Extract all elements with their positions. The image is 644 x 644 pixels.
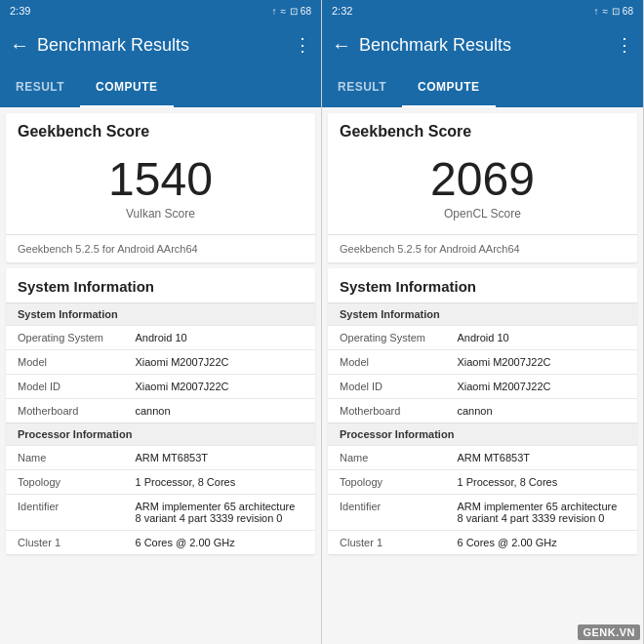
- table-row: Model Xiaomi M2007J22C: [328, 350, 637, 375]
- tab-result[interactable]: RESULT: [322, 68, 402, 107]
- row-label: Name: [6, 446, 123, 470]
- row-label: Model ID: [6, 375, 123, 399]
- subsection-header-0: System Information: [6, 302, 315, 325]
- wifi-icon: ≈: [281, 6, 287, 17]
- info-card: System InformationSystem Information Ope…: [328, 268, 637, 554]
- table-row: Model Xiaomi M2007J22C: [6, 350, 315, 375]
- info-table-1: Name ARM MT6853T Topology 1 Processor, 8…: [328, 445, 637, 554]
- table-row: Cluster 1 6 Cores @ 2.00 GHz: [328, 531, 637, 555]
- info-table-0: Operating System Android 10 Model Xiaomi…: [328, 325, 637, 423]
- row-label: Motherboard: [328, 399, 445, 423]
- menu-button[interactable]: ⋮: [616, 34, 633, 56]
- row-label: Motherboard: [6, 399, 123, 423]
- row-label: Model ID: [328, 375, 445, 399]
- row-label: Model: [328, 350, 445, 375]
- battery-icon: ⊡ 68: [612, 6, 633, 17]
- info-table-1: Name ARM MT6853T Topology 1 Processor, 8…: [6, 445, 315, 554]
- tabs-bar: RESULTCOMPUTE: [322, 68, 643, 107]
- row-label: Operating System: [328, 326, 445, 350]
- score-label: Vulkan Score: [126, 207, 195, 221]
- row-value: ARM implementer 65 architecture 8 varian…: [445, 495, 637, 531]
- score-card: Geekbench Score 1540 Vulkan Score Geekbe…: [6, 113, 315, 262]
- subsection-header-1: Processor Information: [6, 423, 315, 445]
- row-value: Android 10: [123, 326, 315, 350]
- table-row: Topology 1 Processor, 8 Cores: [6, 470, 315, 495]
- table-row: Identifier ARM implementer 65 architectu…: [328, 495, 637, 531]
- score-container: 1540 Vulkan Score: [6, 146, 315, 234]
- tab-compute[interactable]: COMPUTE: [80, 68, 174, 107]
- row-label: Cluster 1: [328, 531, 445, 555]
- score-value: 1540: [108, 156, 213, 203]
- row-value: ARM MT6853T: [123, 446, 315, 470]
- row-label: Model: [6, 350, 123, 375]
- tab-compute[interactable]: COMPUTE: [402, 68, 496, 107]
- status-bar: 2:32 ↑ ≈ ⊡ 68: [322, 0, 643, 21]
- row-label: Identifier: [6, 495, 123, 531]
- row-value: cannon: [445, 399, 637, 423]
- header: ← Benchmark Results ⋮: [0, 21, 321, 68]
- signal-icon: ↑: [272, 6, 277, 17]
- tab-result[interactable]: RESULT: [0, 68, 80, 107]
- tabs-bar: RESULTCOMPUTE: [0, 68, 321, 107]
- row-label: Identifier: [328, 495, 445, 531]
- table-row: Operating System Android 10: [6, 326, 315, 350]
- header: ← Benchmark Results ⋮: [322, 21, 643, 68]
- table-row: Operating System Android 10: [328, 326, 637, 350]
- table-row: Name ARM MT6853T: [328, 446, 637, 470]
- subsection-header-1: Processor Information: [328, 423, 637, 445]
- section-title: System Information: [6, 268, 315, 302]
- header-title: Benchmark Results: [37, 35, 286, 56]
- table-row: Name ARM MT6853T: [6, 446, 315, 470]
- table-row: Motherboard cannon: [328, 399, 637, 423]
- row-label: Operating System: [6, 326, 123, 350]
- table-row: Motherboard cannon: [6, 399, 315, 423]
- back-button[interactable]: ←: [10, 34, 29, 57]
- status-icons: ↑ ≈ ⊡ 68: [272, 6, 311, 17]
- row-value: 1 Processor, 8 Cores: [123, 470, 315, 495]
- signal-icon: ↑: [594, 6, 599, 17]
- score-container: 2069 OpenCL Score: [328, 146, 637, 234]
- row-value: 6 Cores @ 2.00 GHz: [445, 531, 637, 555]
- row-label: Name: [328, 446, 445, 470]
- phone-panel-left: 2:39 ↑ ≈ ⊡ 68 ← Benchmark Results ⋮ RESU…: [0, 0, 322, 644]
- row-value: Xiaomi M2007J22C: [123, 350, 315, 375]
- info-card: System InformationSystem Information Ope…: [6, 268, 315, 554]
- row-label: Topology: [6, 470, 123, 495]
- wifi-icon: ≈: [603, 6, 609, 17]
- app-container: 2:39 ↑ ≈ ⊡ 68 ← Benchmark Results ⋮ RESU…: [0, 0, 644, 644]
- row-label: Cluster 1: [6, 531, 123, 555]
- row-value: Xiaomi M2007J22C: [445, 350, 637, 375]
- back-button[interactable]: ←: [332, 34, 351, 57]
- row-value: Xiaomi M2007J22C: [123, 375, 315, 399]
- table-row: Topology 1 Processor, 8 Cores: [328, 470, 637, 495]
- row-value: 6 Cores @ 2.00 GHz: [123, 531, 315, 555]
- phone-panel-right: 2:32 ↑ ≈ ⊡ 68 ← Benchmark Results ⋮ RESU…: [322, 0, 644, 644]
- content-area: Geekbench Score 1540 Vulkan Score Geekbe…: [0, 107, 321, 644]
- table-row: Model ID Xiaomi M2007J22C: [328, 375, 637, 399]
- row-value: Android 10: [445, 326, 637, 350]
- subsection-header-0: System Information: [328, 302, 637, 325]
- status-time: 2:32: [332, 5, 352, 17]
- table-row: Cluster 1 6 Cores @ 2.00 GHz: [6, 531, 315, 555]
- status-bar: 2:39 ↑ ≈ ⊡ 68: [0, 0, 321, 21]
- row-value: ARM MT6853T: [445, 446, 637, 470]
- info-table-0: Operating System Android 10 Model Xiaomi…: [6, 325, 315, 423]
- row-value: ARM implementer 65 architecture 8 varian…: [123, 495, 315, 531]
- status-icons: ↑ ≈ ⊡ 68: [594, 6, 633, 17]
- table-row: Model ID Xiaomi M2007J22C: [6, 375, 315, 399]
- row-label: Topology: [328, 470, 445, 495]
- table-row: Identifier ARM implementer 65 architectu…: [6, 495, 315, 531]
- score-label: OpenCL Score: [444, 207, 521, 221]
- score-footer: Geekbench 5.2.5 for Android AArch64: [6, 234, 315, 262]
- battery-icon: ⊡ 68: [290, 6, 311, 17]
- content-area: Geekbench Score 2069 OpenCL Score Geekbe…: [322, 107, 643, 644]
- status-time: 2:39: [10, 5, 30, 17]
- score-card: Geekbench Score 2069 OpenCL Score Geekbe…: [328, 113, 637, 262]
- score-card-title: Geekbench Score: [328, 113, 637, 146]
- menu-button[interactable]: ⋮: [294, 34, 311, 56]
- row-value: cannon: [123, 399, 315, 423]
- row-value: 1 Processor, 8 Cores: [445, 470, 637, 495]
- score-card-title: Geekbench Score: [6, 113, 315, 146]
- score-value: 2069: [430, 156, 535, 203]
- score-footer: Geekbench 5.2.5 for Android AArch64: [328, 234, 637, 262]
